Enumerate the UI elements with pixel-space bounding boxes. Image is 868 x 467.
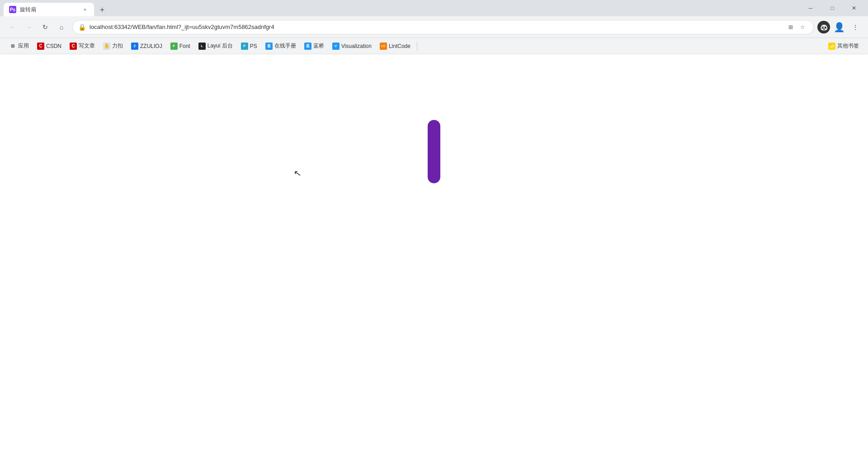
reload-button[interactable]: ↻	[38, 20, 52, 34]
profile-avatar[interactable]: 👤	[832, 20, 846, 34]
maximize-button[interactable]: □	[822, 0, 843, 16]
browser-window: Ps 旋转扇 × + ─ □ ✕ ← → ↻ ⌂ 🔒 localhost:633…	[0, 0, 868, 467]
nav-right-actions: 🐼 👤 ⋮	[817, 20, 863, 34]
folder-icon: 📁	[828, 43, 835, 50]
fan-blade	[428, 120, 440, 183]
window-controls: ─ □ ✕	[800, 0, 864, 16]
bookmark-layui[interactable]: L Layui 后台	[195, 40, 236, 52]
bookmark-ps-icon: P	[241, 43, 248, 50]
tab-strip: Ps 旋转扇 × +	[4, 0, 800, 16]
bookmark-zzulioj-icon: Z	[131, 43, 138, 50]
bookmark-manual-label: 在线手册	[274, 42, 296, 50]
bookmark-csdn-label: CSDN	[46, 43, 61, 49]
bookmark-lintcode-icon: LC	[380, 43, 387, 50]
tab-favicon: Ps	[9, 6, 16, 13]
active-tab[interactable]: Ps 旋转扇 ×	[4, 3, 94, 16]
bookmark-layui-label: Layui 后台	[208, 42, 233, 50]
address-bar-actions: ⊞ ☆	[785, 22, 808, 33]
bookmark-like-icon: ✋	[103, 43, 110, 50]
bookmark-viz-label: Visualization	[341, 43, 372, 49]
title-bar: Ps 旋转扇 × + ─ □ ✕	[0, 0, 868, 16]
address-text: localhost:63342/WEB/fan/fan.html?_ijt=uu…	[90, 24, 782, 30]
bookmark-apps-label: 应用	[18, 42, 29, 50]
mouse-cursor: ↖	[293, 168, 302, 179]
new-tab-button[interactable]: +	[96, 4, 108, 16]
bookmark-write[interactable]: C 写文章	[66, 40, 99, 52]
bookmark-write-label: 写文章	[79, 42, 95, 50]
bookmark-lanqiao-icon: 蓝	[304, 43, 311, 50]
address-bar[interactable]: 🔒 localhost:63342/WEB/fan/fan.html?_ijt=…	[72, 20, 814, 34]
bookmark-star-icon[interactable]: ☆	[797, 22, 808, 33]
bookmark-layui-icon: L	[198, 43, 206, 50]
bookmark-apps[interactable]: ⊞ 应用	[5, 40, 33, 52]
home-button[interactable]: ⌂	[54, 20, 69, 34]
secure-icon: 🔒	[78, 24, 86, 31]
bookmark-lanqiao-label: 蓝桥	[313, 42, 324, 50]
bookmark-lintcode-label: LintCode	[389, 43, 410, 49]
bookmark-manual[interactable]: 蓝 在线手册	[262, 40, 300, 52]
bookmark-like-label: 力扣	[112, 42, 123, 50]
bookmark-csdn-icon: C	[37, 43, 44, 50]
tab-close-button[interactable]: ×	[81, 6, 89, 13]
bookmark-ps[interactable]: P PS	[237, 41, 261, 52]
bookmark-ps-label: PS	[250, 43, 257, 49]
back-button[interactable]: ←	[5, 20, 20, 34]
bookmark-font-label: Font	[179, 43, 190, 49]
translate-icon[interactable]: ⊞	[785, 22, 796, 33]
bookmark-csdn[interactable]: C CSDN	[33, 41, 65, 52]
other-bookmarks-label: 其他书签	[837, 42, 859, 50]
bookmark-like[interactable]: ✋ 力扣	[99, 40, 127, 52]
bookmark-viz-icon: V	[332, 43, 340, 50]
bookmark-write-icon: C	[70, 43, 77, 50]
forward-button[interactable]: →	[22, 20, 36, 34]
page-content: ↖	[0, 54, 868, 467]
other-bookmarks[interactable]: 📁 其他书签	[825, 40, 863, 52]
bookmark-manual-icon: 蓝	[265, 43, 273, 50]
tab-title: 旋转扇	[20, 6, 78, 14]
bookmark-viz[interactable]: V Visualization	[329, 41, 375, 52]
minimize-button[interactable]: ─	[800, 0, 821, 16]
menu-button[interactable]: ⋮	[848, 20, 863, 34]
navigation-bar: ← → ↻ ⌂ 🔒 localhost:63342/WEB/fan/fan.ht…	[0, 16, 868, 38]
bookmark-apps-icon: ⊞	[9, 43, 16, 50]
bookmark-lanqiao[interactable]: 蓝 蓝桥	[301, 40, 328, 52]
extensions-icon[interactable]: 🐼	[817, 21, 830, 33]
bookmark-zzulioj[interactable]: Z ZZULIOJ	[127, 41, 166, 52]
bookmark-font[interactable]: F Font	[167, 41, 194, 52]
bookmark-font-icon: F	[170, 43, 178, 50]
bookmark-zzulioj-label: ZZULIOJ	[140, 43, 162, 49]
bookmark-lintcode[interactable]: LC LintCode	[376, 41, 414, 52]
bookmarks-bar: ⊞ 应用 C CSDN C 写文章 ✋ 力扣 Z ZZULIOJ F Font …	[0, 38, 868, 54]
bookmarks-separator	[417, 42, 417, 51]
close-button[interactable]: ✕	[844, 0, 864, 16]
